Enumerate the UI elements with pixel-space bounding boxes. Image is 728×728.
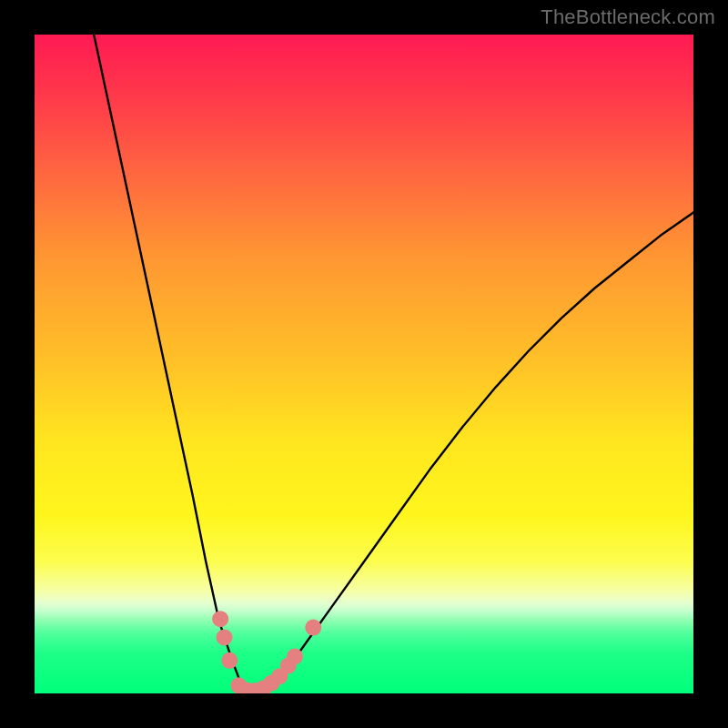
curve-layer	[94, 35, 693, 693]
chart-frame: TheBottleneck.com	[0, 0, 728, 728]
marker-dot	[217, 629, 233, 645]
marker-dot	[287, 648, 303, 664]
chart-svg	[35, 35, 693, 693]
marker-dot	[305, 620, 321, 636]
marker-dot	[212, 611, 228, 627]
watermark-text: TheBottleneck.com	[541, 5, 715, 29]
plot-area	[35, 35, 693, 693]
marker-dot	[221, 652, 238, 669]
bottleneck-curve	[94, 35, 693, 693]
